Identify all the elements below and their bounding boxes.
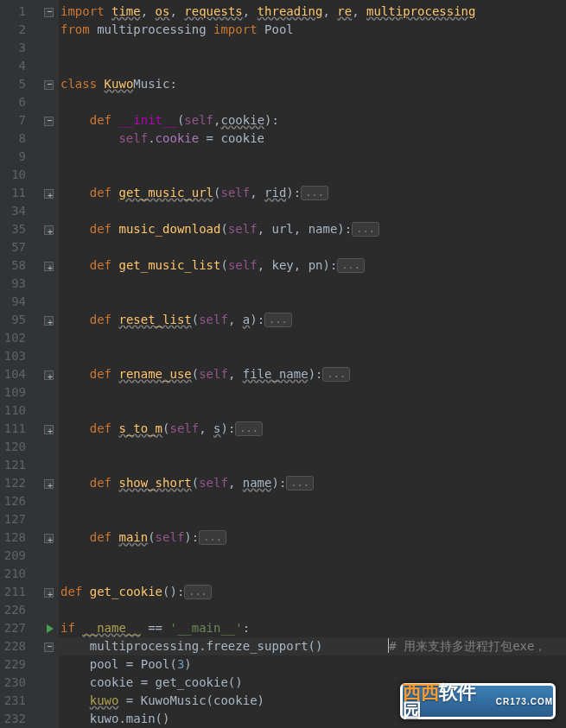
fold-expand-icon[interactable] bbox=[35, 420, 59, 438]
fold-collapse-icon[interactable] bbox=[35, 637, 59, 655]
code-line[interactable] bbox=[59, 547, 566, 565]
code-line[interactable]: def main(self):... bbox=[59, 529, 566, 547]
code-line[interactable] bbox=[59, 402, 566, 420]
code-line[interactable] bbox=[59, 510, 566, 529]
code-line[interactable]: from multiprocessing import Pool bbox=[59, 21, 566, 39]
keyword: def bbox=[90, 367, 111, 381]
fold-collapse-icon[interactable] bbox=[35, 75, 59, 93]
code-line[interactable]: def get_music_list(self, key, pn):... bbox=[59, 256, 566, 275]
fold-expand-icon[interactable] bbox=[35, 311, 59, 329]
code-line[interactable]: def __init__(self,cookie): bbox=[59, 111, 566, 130]
code-text: cookie = get_cookie() bbox=[90, 675, 243, 689]
code-text: , bbox=[199, 421, 213, 435]
fold-collapse-icon[interactable] bbox=[35, 3, 59, 21]
fold-expand-icon[interactable] bbox=[35, 529, 59, 547]
run-gutter-icon[interactable] bbox=[35, 619, 59, 637]
line-number: 3 bbox=[0, 39, 35, 57]
code-line[interactable] bbox=[59, 275, 566, 293]
fold-collapse-icon[interactable] bbox=[35, 111, 59, 130]
folded-code-icon[interactable]: ... bbox=[286, 476, 314, 491]
code-line[interactable] bbox=[59, 438, 566, 456]
fold-expand-icon[interactable] bbox=[35, 256, 59, 275]
self-param: self bbox=[118, 131, 148, 145]
parameter: name bbox=[243, 476, 272, 490]
identifier: threading bbox=[258, 4, 323, 18]
folded-code-icon[interactable]: ... bbox=[337, 258, 365, 273]
fold-expand-icon[interactable] bbox=[35, 220, 59, 238]
code-text: ( bbox=[192, 476, 199, 490]
code-line[interactable] bbox=[59, 347, 566, 365]
folded-code-icon[interactable]: ... bbox=[199, 530, 226, 545]
code-line[interactable]: multiprocessing.freeze_support() # 用来支持多… bbox=[59, 637, 566, 655]
code-line[interactable]: def rename_use(self, file_name):... bbox=[59, 365, 566, 383]
watermark-logo: 西西软件园 bbox=[403, 683, 493, 719]
code-line[interactable]: def s_to_m(self, s):... bbox=[59, 420, 566, 438]
line-number: 211 bbox=[0, 583, 35, 601]
folded-code-icon[interactable]: ... bbox=[184, 585, 212, 599]
folded-code-icon[interactable]: ... bbox=[264, 313, 292, 327]
code-line[interactable]: def get_music_url(self, rid):... bbox=[59, 184, 566, 202]
comment: # 用来支持多进程打包exe， bbox=[389, 639, 546, 653]
watermark-badge: 西西软件园 CR173.COM bbox=[400, 683, 556, 719]
code-line[interactable]: if __name__ == '__main__': bbox=[59, 619, 566, 637]
identifier: requests bbox=[184, 4, 242, 18]
code-line[interactable] bbox=[59, 148, 566, 166]
self-param: self bbox=[184, 113, 213, 127]
code-text: ): bbox=[250, 313, 264, 326]
code-line[interactable]: def reset_list(self, a):... bbox=[59, 311, 566, 329]
fold-expand-icon[interactable] bbox=[35, 583, 59, 601]
gutter-blank bbox=[35, 329, 59, 347]
attribute: cookie bbox=[156, 131, 200, 145]
identifier: Kuwo bbox=[105, 77, 134, 91]
code-line[interactable]: def get_cookie():... bbox=[59, 583, 566, 601]
code-line[interactable]: def show_short(self, name):... bbox=[59, 474, 566, 492]
code-line[interactable] bbox=[59, 383, 566, 402]
line-number: 229 bbox=[0, 655, 35, 674]
gutter-blank bbox=[35, 238, 59, 256]
line-number: 93 bbox=[0, 275, 35, 293]
line-number: 210 bbox=[0, 565, 35, 583]
identifier: os bbox=[156, 4, 170, 18]
code-line[interactable] bbox=[59, 492, 566, 510]
code-line[interactable] bbox=[59, 202, 566, 220]
line-number: 1 bbox=[0, 3, 35, 21]
code-line[interactable]: import time, os, requests, threading, re… bbox=[59, 3, 566, 21]
line-number: 34 bbox=[0, 202, 35, 220]
code-editor-area[interactable]: import time, os, requests, threading, re… bbox=[59, 0, 566, 728]
code-line[interactable]: def music_download(self, url, name):... bbox=[59, 220, 566, 238]
folded-code-icon[interactable]: ... bbox=[352, 222, 379, 237]
code-line[interactable] bbox=[59, 565, 566, 583]
parameter: file_name bbox=[243, 367, 308, 381]
code-line[interactable] bbox=[59, 166, 566, 184]
code-line[interactable] bbox=[59, 601, 566, 619]
code-line[interactable] bbox=[59, 329, 566, 347]
line-number: 4 bbox=[0, 57, 35, 75]
code-line[interactable]: pool = Pool(3) bbox=[59, 655, 566, 674]
code-text: , bbox=[243, 4, 258, 18]
code-line[interactable] bbox=[59, 39, 566, 57]
code-line[interactable] bbox=[59, 93, 566, 111]
code-text: ): bbox=[184, 530, 199, 544]
line-number: 122 bbox=[0, 474, 35, 492]
gutter-blank bbox=[35, 510, 59, 529]
folded-code-icon[interactable]: ... bbox=[235, 421, 263, 436]
code-line[interactable]: self.cookie = cookie bbox=[59, 130, 566, 148]
identifier: re bbox=[337, 4, 352, 18]
code-line[interactable] bbox=[59, 238, 566, 256]
folded-code-icon[interactable]: ... bbox=[322, 367, 350, 382]
line-number: 6 bbox=[0, 93, 35, 111]
code-line[interactable] bbox=[59, 57, 566, 75]
code-line[interactable] bbox=[59, 456, 566, 474]
fold-expand-icon[interactable] bbox=[35, 184, 59, 202]
fold-expand-icon[interactable] bbox=[35, 365, 59, 383]
line-number-gutter: 1234567891011343557589394951021031041091… bbox=[0, 0, 35, 728]
code-text: ( bbox=[192, 313, 199, 326]
watermark-url: CR173.COM bbox=[496, 693, 553, 711]
code-line[interactable] bbox=[59, 293, 566, 311]
gutter-blank bbox=[35, 347, 59, 365]
code-text: Music: bbox=[133, 77, 177, 91]
code-line[interactable]: class KuwoMusic: bbox=[59, 75, 566, 93]
fold-expand-icon[interactable] bbox=[35, 474, 59, 492]
folded-code-icon[interactable]: ... bbox=[301, 186, 328, 200]
keyword: class bbox=[60, 77, 97, 91]
